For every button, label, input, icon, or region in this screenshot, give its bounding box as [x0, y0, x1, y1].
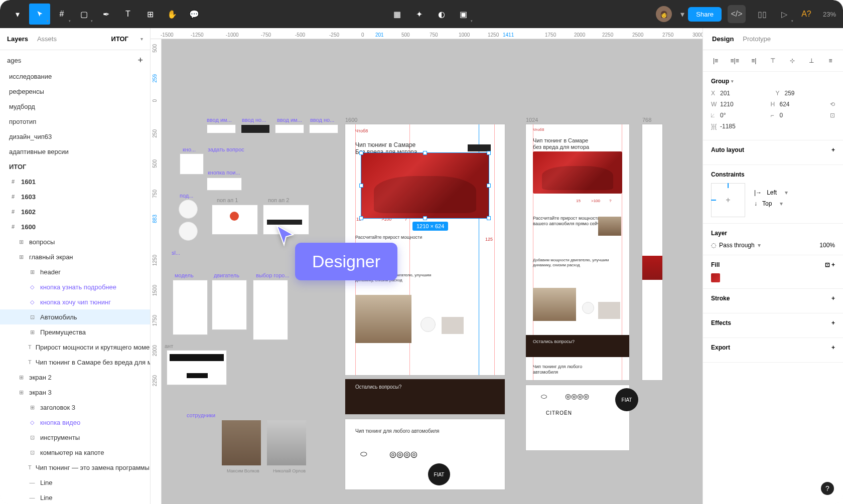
- page-item[interactable]: адаптивные версии: [0, 144, 150, 159]
- layer-item[interactable]: ⊞экран 2: [0, 370, 150, 385]
- snap-icon[interactable]: ✦: [409, 4, 430, 25]
- pen-tool[interactable]: ✒: [95, 4, 116, 25]
- artboard-1024[interactable]: Чтоб8 Чип тюнинг в Самаре без вреда для …: [526, 124, 629, 380]
- align-right-icon[interactable]: ≡|: [748, 55, 759, 66]
- multiplayer-badge: Designer: [295, 243, 397, 280]
- opacity-value[interactable]: 100%: [819, 242, 835, 249]
- export-header: Export: [711, 344, 730, 351]
- library-icon[interactable]: ▯▯: [752, 4, 773, 25]
- layer-item[interactable]: ◇кнопка узнать подробнее: [0, 279, 150, 294]
- fill-header: Fill: [711, 261, 720, 268]
- component-label: ввод но...: [242, 117, 266, 123]
- constraints-header: Constraints: [711, 171, 835, 178]
- ruler-top: -1500-1250-1000-750-500-2500201500750100…: [151, 28, 702, 39]
- constraint-v[interactable]: Top: [762, 200, 772, 207]
- resources-tool[interactable]: ⊞: [139, 4, 161, 25]
- layer-item[interactable]: —Line: [0, 490, 150, 504]
- boolean-icon[interactable]: ▣▾: [453, 4, 474, 25]
- page-item[interactable]: дизайн_чип63: [0, 129, 150, 144]
- layer-item[interactable]: TПрирост мощности и крутящего момента дл…: [0, 340, 150, 355]
- blend-mode[interactable]: Pass through: [719, 242, 755, 249]
- avatar-chevron-icon[interactable]: ▾: [678, 4, 687, 25]
- component-label: ввод но...: [310, 117, 334, 123]
- radius-more-icon[interactable]: ⊡: [830, 112, 835, 119]
- present-icon[interactable]: ▷▾: [774, 4, 795, 25]
- page-item[interactable]: прототип: [0, 114, 150, 129]
- layer-item[interactable]: ◇кнопка хочу чип тюнинг: [0, 294, 150, 309]
- layer-item[interactable]: #1600: [0, 219, 150, 234]
- add-page-button[interactable]: +: [137, 55, 143, 66]
- align-vcenter-icon[interactable]: ⊹: [787, 55, 798, 66]
- doc-title: ИТОГ: [111, 35, 128, 43]
- missing-font-icon[interactable]: A?: [796, 4, 817, 25]
- layer-item[interactable]: ⊞главный экран: [0, 249, 150, 264]
- layer-item[interactable]: —Line: [0, 475, 150, 490]
- constraint-widget[interactable]: +: [711, 183, 745, 217]
- align-more-icon[interactable]: ≡: [825, 55, 836, 66]
- tab-prototype[interactable]: Prototype: [743, 35, 771, 43]
- page-item[interactable]: мудборд: [0, 99, 150, 114]
- tab-layers[interactable]: Layers: [7, 35, 28, 43]
- hand-tool[interactable]: ✋: [162, 4, 183, 25]
- layer-item[interactable]: ⊞заголовок 3: [0, 400, 150, 415]
- layer-item[interactable]: ⊡компьютер на капоте: [0, 445, 150, 460]
- autolayout-header[interactable]: Auto layout: [711, 146, 744, 153]
- figma-menu[interactable]: ▾: [7, 4, 28, 25]
- pages-header: ages: [7, 57, 21, 64]
- pixel-grid-icon[interactable]: ▦: [387, 4, 408, 25]
- layer-item[interactable]: TЧип тюнинг — это замена программы в бло…: [0, 460, 150, 475]
- page-item[interactable]: исследование: [0, 69, 150, 84]
- frame-label-1024: 1024: [526, 117, 538, 123]
- layer-item[interactable]: #1602: [0, 204, 150, 219]
- effects-header: Effects: [711, 319, 731, 326]
- layer-item[interactable]: ⊞экран 3: [0, 385, 150, 400]
- move-tool[interactable]: ▾: [29, 4, 50, 25]
- stroke-header: Stroke: [711, 295, 730, 302]
- canvas[interactable]: ввод им... ввод но... ввод им... ввод но…: [162, 39, 702, 504]
- layer-item[interactable]: ⊡инструменты: [0, 430, 150, 445]
- share-button[interactable]: Share: [688, 7, 722, 22]
- prop-radius[interactable]: 0: [780, 112, 783, 119]
- group-header[interactable]: Group▾: [711, 78, 835, 85]
- component-label: ввод им...: [207, 117, 232, 123]
- lock-aspect-icon[interactable]: ⟲: [830, 101, 835, 108]
- prop-angle[interactable]: 0°: [720, 112, 726, 119]
- layers-tree[interactable]: исследованиереференсымудбордпрототипдиза…: [0, 69, 150, 504]
- layer-item[interactable]: TЧип тюнинг в Самаре без вреда для мотор…: [0, 355, 150, 370]
- comment-tool[interactable]: 💬: [184, 4, 205, 25]
- selected-image[interactable]: [361, 153, 489, 218]
- constraint-h[interactable]: Left: [767, 189, 777, 196]
- align-left-icon[interactable]: |≡: [710, 55, 721, 66]
- help-button[interactable]: ?: [821, 482, 834, 495]
- prop-y[interactable]: 259: [785, 90, 795, 97]
- zoom-level[interactable]: 23%: [823, 11, 836, 18]
- layer-item[interactable]: ⊞header: [0, 264, 150, 279]
- tab-design[interactable]: Design: [712, 35, 734, 43]
- page-item[interactable]: ИТОГ: [0, 159, 150, 174]
- layer-item[interactable]: ⊞вопросы: [0, 234, 150, 249]
- page-item[interactable]: референсы: [0, 84, 150, 99]
- tab-assets[interactable]: Assets: [37, 35, 57, 43]
- shape-tool[interactable]: ▢▾: [73, 4, 94, 25]
- fill-swatch[interactable]: [711, 273, 720, 282]
- align-hcenter-icon[interactable]: ≡|≡: [729, 55, 740, 66]
- selection-size-badge: 1210 × 624: [412, 222, 448, 231]
- devmode-button[interactable]: </>: [728, 5, 746, 23]
- text-tool[interactable]: T: [117, 4, 138, 25]
- selection-box: [361, 152, 489, 219]
- prop-h[interactable]: 624: [780, 101, 790, 108]
- layer-item[interactable]: #1603: [0, 189, 150, 204]
- prop-w[interactable]: 1210: [720, 101, 734, 108]
- align-bottom-icon[interactable]: ⊥: [806, 55, 817, 66]
- prop-x[interactable]: 201: [720, 90, 730, 97]
- layer-item[interactable]: ◇кнопка видео: [0, 415, 150, 430]
- layer-item[interactable]: #1601: [0, 174, 150, 189]
- mask-icon[interactable]: ◐: [431, 4, 452, 25]
- frame-tool[interactable]: #▾: [51, 4, 72, 25]
- avatar[interactable]: 👩: [656, 6, 672, 22]
- layer-item[interactable]: ⊡Автомобиль: [0, 309, 150, 324]
- frame-label-1600: 1600: [345, 117, 357, 123]
- align-top-icon[interactable]: ⊤: [767, 55, 778, 66]
- layer-item[interactable]: ⊞Преимущества: [0, 324, 150, 340]
- prop-other[interactable]: -1185: [720, 123, 736, 130]
